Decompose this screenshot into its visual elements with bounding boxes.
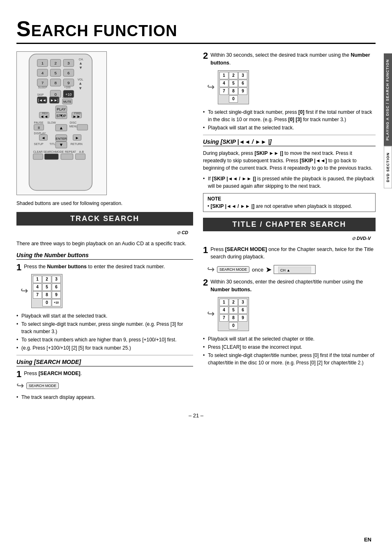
numpad-7: 7 [33, 291, 42, 299]
numpad-9: 9 [52, 291, 61, 299]
tc-numpad-1: 1 [219, 299, 228, 306]
step-2-track: 2 Within 30 seconds, select the desired … [203, 51, 376, 67]
numpad-0: 0 [42, 299, 51, 306]
svg-text:3: 3 [67, 61, 70, 65]
svg-text:SLEEP: SLEEP [38, 86, 48, 89]
bullet-1: Playback will start at the selected trac… [16, 312, 193, 320]
tc-bullet-1: Playback will start at the selected chap… [203, 335, 376, 343]
tc-numpad-8: 8 [229, 314, 238, 322]
svg-text:ZOOM: ZOOM [62, 95, 71, 98]
tc-numpad-2: 2 [229, 299, 238, 306]
svg-text:◄◄: ◄◄ [40, 114, 48, 119]
note-box: NOTE • [SKIP |◄◄ / ►► |] are not operati… [203, 193, 376, 212]
once-text: once [252, 267, 263, 273]
divider-2 [203, 135, 376, 135]
step-1-titlech-num: 1 [203, 246, 208, 255]
step2-bullet-1: To select single-digit track number, pre… [203, 108, 376, 123]
svg-text:PAUSE: PAUSE [34, 121, 44, 124]
tc-numpad-6: 6 [238, 306, 247, 314]
svg-text:RETURN: RETURN [71, 143, 83, 145]
step-1-text: Press the Number buttons to enter the de… [24, 263, 193, 271]
skip-bullets: If [SKIP |◄◄ / ►► |] is pressed while th… [203, 175, 376, 190]
step-2-titlech-num: 2 [203, 278, 208, 287]
r-numpad-4: 4 [219, 80, 228, 87]
svg-text:■: ■ [60, 114, 62, 117]
numpad-3: 3 [52, 276, 61, 283]
vert-label-playing: PLAYING A DISC / SEARCH FUNCTION [384, 53, 392, 146]
numpad-5: 5 [42, 283, 51, 291]
numpad-8: 8 [42, 291, 51, 299]
svg-text:5: 5 [54, 71, 57, 75]
subsection-search-mode: Using [SEARCH MODE] [16, 359, 193, 366]
once-search-btn: SEARCH MODE [217, 266, 249, 273]
svg-text:▲: ▲ [78, 81, 83, 85]
svg-text:8: 8 [54, 81, 57, 85]
chapter-display-box: CH ▲ [274, 265, 316, 274]
skip-body: During playback, press [SKIP ►► |] to mo… [203, 150, 376, 172]
page-title: SEARCH FUNCTION [16, 16, 376, 44]
r-numpad-5: 5 [229, 80, 238, 87]
svg-text:SKIP: SKIP [37, 93, 44, 96]
title-rest: EARCH FUNCTION [31, 22, 178, 39]
r-numpad-0: 0 [229, 95, 238, 103]
numpad-100-10: +10 [52, 299, 61, 306]
svg-text:REPEAT: REPEAT [65, 150, 76, 153]
numpad-arrow-titlech: ↪ [207, 309, 214, 319]
search-arrow: ↪ [16, 380, 24, 391]
left-column: 1 2 3 CH. ▲ ▼ 4 5 6 [16, 51, 193, 404]
svg-text:⊘: ⊘ [177, 230, 181, 235]
numpad-4: 4 [33, 283, 42, 291]
right-column: 2 Within 30 seconds, select the desired … [203, 51, 376, 404]
search-mode-btn: SEARCH MODE [26, 382, 59, 389]
step-1-track: 1 Press the Number buttons to enter the … [16, 263, 193, 271]
title-s: S [16, 17, 31, 41]
svg-text:►: ► [75, 136, 79, 140]
vertical-labels: PLAYING A DISC / SEARCH FUNCTION DVD SEC… [384, 53, 392, 189]
step-2-titlech: 2 Within 30 seconds, enter the desired c… [203, 278, 376, 294]
search-mode-bullet-1: The track search display appears. [16, 394, 193, 401]
note-title: NOTE [208, 196, 371, 202]
tc-numpad-9: 9 [238, 314, 247, 322]
r-numpad-3: 3 [238, 72, 247, 79]
svg-text:CLEAR: CLEAR [33, 150, 43, 153]
svg-text:▼: ▼ [59, 142, 64, 147]
svg-text:▲: ▲ [59, 125, 64, 130]
svg-text:A-B: A-B [79, 150, 84, 153]
svg-text:PLAY: PLAY [57, 107, 66, 111]
step2-track-bullets: To select single-digit track number, pre… [203, 108, 376, 131]
r-numpad-6: 6 [238, 80, 247, 87]
track-bullet-list: Playback will start at the selected trac… [16, 312, 193, 352]
step-1-titlech-text: Press [SEARCH MODE] once for the Chapter… [210, 246, 376, 261]
svg-text:9: 9 [67, 81, 70, 85]
svg-rect-56 [77, 124, 88, 130]
r-numpad-2: 2 [229, 72, 238, 79]
step-2-num: 2 [203, 51, 208, 60]
svg-text:DVD-V: DVD-V [357, 236, 371, 241]
tc-numpad-3: 3 [238, 299, 247, 306]
step-2-text: Within 30 seconds, select the desired tr… [210, 51, 376, 67]
skip-bullet-1: If [SKIP |◄◄ / ►► |] is pressed while th… [203, 175, 376, 190]
r-numpad-8: 8 [229, 88, 238, 95]
numpad-6: 6 [52, 283, 61, 291]
svg-text:II: II [38, 126, 40, 130]
step2-bullet-2: Playback will start at the selected trac… [203, 124, 376, 131]
svg-text:SETUP: SETUP [34, 143, 44, 145]
svg-text:ENTER: ENTER [56, 137, 67, 140]
once-right-arrow: ➤ [266, 266, 271, 274]
bullet-3: To select track numbers which are higher… [16, 336, 193, 343]
step-1-searchmode-num: 1 [16, 370, 21, 379]
numpad-2: 2 [42, 276, 51, 283]
track-search-header: TRACK SEARCH [16, 212, 193, 226]
bullet-4: (e.g. Press [+100/+10] [2] [5] for track… [16, 344, 193, 352]
shaded-note: Shaded buttons are used for following op… [16, 200, 193, 206]
step-1-titlech: 1 Press [SEARCH MODE] once for the Chapt… [203, 246, 376, 261]
svg-text:▲: ▲ [79, 61, 83, 65]
svg-text:+100: +100 [64, 86, 71, 89]
note-text: • [SKIP |◄◄ / ►► |] are not operative wh… [208, 203, 371, 209]
step-1-searchmode: 1 Press [SEARCH MODE]. [16, 370, 193, 378]
main-content: 1 2 3 CH. ▲ ▼ 4 5 6 [16, 51, 376, 404]
svg-text:0: 0 [54, 92, 57, 97]
skip-section-title: Using [SKIP |◄◄ / ►► |] [203, 138, 376, 146]
numpad-titlech: ↪ 1 2 3 4 5 6 7 8 9 0 [207, 297, 376, 331]
titlech-bullets: Playback will start at the selected chap… [203, 335, 376, 366]
